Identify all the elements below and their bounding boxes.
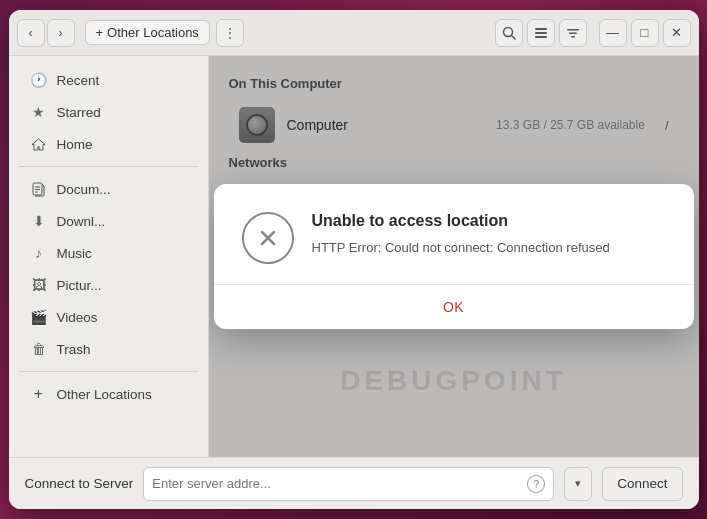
sidebar-label-videos: Videos bbox=[57, 310, 98, 325]
dots-icon: ⋮ bbox=[224, 26, 236, 40]
dialog-title: Unable to access location bbox=[312, 212, 666, 230]
sidebar-label-home: Home bbox=[57, 137, 93, 152]
svg-rect-3 bbox=[535, 32, 547, 34]
sidebar-item-trash[interactable]: 🗑 Trash bbox=[15, 334, 202, 364]
sidebar-item-home[interactable]: Home bbox=[15, 129, 202, 159]
sidebar-label-music: Music bbox=[57, 246, 92, 261]
sidebar-item-documents[interactable]: Docum... bbox=[15, 174, 202, 204]
svg-rect-7 bbox=[571, 36, 575, 38]
sidebar-item-recent[interactable]: 🕐 Recent bbox=[15, 65, 202, 95]
sidebar-separator-1 bbox=[19, 166, 198, 167]
minimize-icon: — bbox=[606, 25, 619, 40]
clock-icon: 🕐 bbox=[31, 72, 47, 88]
dialog-text-area: Unable to access location HTTP Error: Co… bbox=[312, 212, 666, 258]
error-dialog: Unable to access location HTTP Error: Co… bbox=[214, 184, 694, 329]
nav-buttons: ‹ › bbox=[17, 19, 75, 47]
plus-icon: + bbox=[31, 386, 47, 402]
svg-rect-5 bbox=[567, 29, 579, 31]
titlebar-right bbox=[495, 19, 587, 47]
sidebar: 🕐 Recent ★ Starred Home bbox=[9, 56, 209, 457]
sidebar-separator-2 bbox=[19, 371, 198, 372]
error-icon-circle bbox=[242, 212, 294, 264]
back-button[interactable]: ‹ bbox=[17, 19, 45, 47]
sidebar-item-pictures[interactable]: 🖼 Pictur... bbox=[15, 270, 202, 300]
maximize-button[interactable]: □ bbox=[631, 19, 659, 47]
sort-icon bbox=[566, 26, 580, 40]
sidebar-label-other-locations: Other Locations bbox=[57, 387, 152, 402]
downloads-icon: ⬇ bbox=[31, 213, 47, 229]
sidebar-item-downloads[interactable]: ⬇ Downl... bbox=[15, 206, 202, 236]
dropdown-arrow-icon: ▾ bbox=[575, 477, 581, 490]
dialog-body: Unable to access location HTTP Error: Co… bbox=[214, 184, 694, 284]
trash-icon: 🗑 bbox=[31, 341, 47, 357]
music-icon: ♪ bbox=[31, 245, 47, 261]
file-area: On This Computer Computer 13.3 GB / 25.7… bbox=[209, 56, 699, 457]
new-tab-label: Other Locations bbox=[107, 25, 199, 40]
sidebar-label-trash: Trash bbox=[57, 342, 91, 357]
dialog-overlay: Unable to access location HTTP Error: Co… bbox=[209, 56, 699, 457]
sidebar-label-documents: Docum... bbox=[57, 182, 111, 197]
file-manager-window: ‹ › + Other Locations ⋮ bbox=[9, 10, 699, 509]
sort-button[interactable] bbox=[559, 19, 587, 47]
list-view-button[interactable] bbox=[527, 19, 555, 47]
server-input-wrap: ? bbox=[143, 467, 554, 501]
sidebar-item-music[interactable]: ♪ Music bbox=[15, 238, 202, 268]
new-tab-button[interactable]: + Other Locations bbox=[85, 20, 210, 45]
plus-icon: + bbox=[96, 25, 104, 40]
list-view-icon bbox=[534, 26, 548, 40]
forward-button[interactable]: › bbox=[47, 19, 75, 47]
server-dropdown-button[interactable]: ▾ bbox=[564, 467, 592, 501]
home-icon bbox=[31, 136, 47, 152]
svg-rect-2 bbox=[535, 28, 547, 30]
svg-rect-4 bbox=[535, 36, 547, 38]
sidebar-label-pictures: Pictur... bbox=[57, 278, 102, 293]
sidebar-item-other-locations[interactable]: + Other Locations bbox=[15, 379, 202, 409]
star-icon: ★ bbox=[31, 104, 47, 120]
window-controls: — □ ✕ bbox=[599, 19, 691, 47]
sidebar-item-starred[interactable]: ★ Starred bbox=[15, 97, 202, 127]
titlebar: ‹ › + Other Locations ⋮ bbox=[9, 10, 699, 56]
svg-rect-6 bbox=[569, 32, 577, 34]
svg-line-1 bbox=[511, 35, 515, 39]
dialog-message: HTTP Error: Could not connect: Connectio… bbox=[312, 238, 666, 258]
sidebar-label-starred: Starred bbox=[57, 105, 101, 120]
sidebar-label-downloads: Downl... bbox=[57, 214, 106, 229]
connect-button[interactable]: Connect bbox=[602, 467, 682, 501]
close-icon: ✕ bbox=[671, 25, 682, 40]
pictures-icon: 🖼 bbox=[31, 277, 47, 293]
search-button[interactable] bbox=[495, 19, 523, 47]
menu-icon-btn[interactable]: ⋮ bbox=[216, 19, 244, 47]
documents-icon bbox=[31, 181, 47, 197]
videos-icon: 🎬 bbox=[31, 309, 47, 325]
help-icon[interactable]: ? bbox=[527, 475, 545, 493]
maximize-icon: □ bbox=[641, 25, 649, 40]
search-icon bbox=[502, 26, 516, 40]
main-content: 🕐 Recent ★ Starred Home bbox=[9, 56, 699, 457]
sidebar-item-videos[interactable]: 🎬 Videos bbox=[15, 302, 202, 332]
dialog-ok-button[interactable]: OK bbox=[214, 285, 694, 329]
close-button[interactable]: ✕ bbox=[663, 19, 691, 47]
connect-to-server-label: Connect to Server bbox=[25, 476, 134, 491]
bottom-bar: Connect to Server ? ▾ Connect bbox=[9, 457, 699, 509]
server-address-input[interactable] bbox=[152, 476, 523, 491]
sidebar-label-recent: Recent bbox=[57, 73, 100, 88]
dialog-footer: OK bbox=[214, 284, 694, 329]
minimize-button[interactable]: — bbox=[599, 19, 627, 47]
